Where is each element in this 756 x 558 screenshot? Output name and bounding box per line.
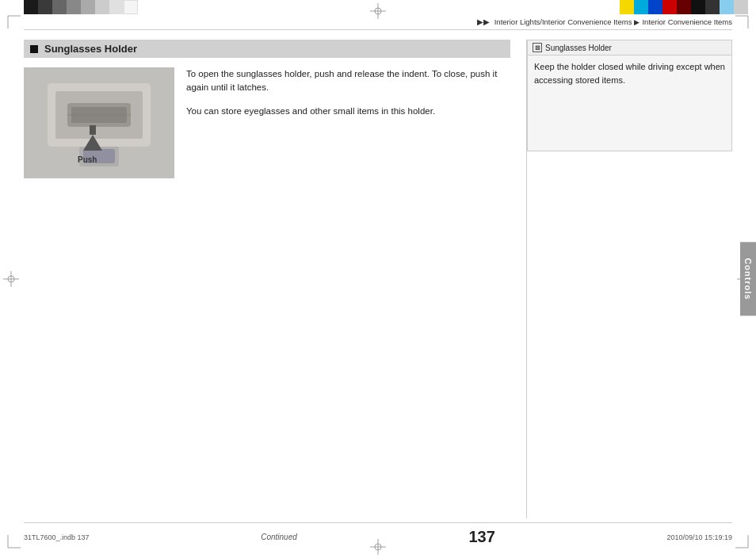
notice-box: ⊠ Sunglasses Holder Keep the holder clos… [527, 40, 732, 151]
main-content: Sunglasses Holder [24, 40, 732, 518]
swatch-2 [38, 0, 52, 14]
image-background: Push [24, 67, 174, 178]
color-swatches-left [24, 0, 138, 14]
corner-tl [6, 14, 22, 32]
swatch-red [662, 0, 677, 14]
swatch-7 [109, 0, 124, 14]
corner-tr [734, 14, 750, 32]
heading-square-icon [30, 45, 38, 53]
swatch-4 [67, 0, 81, 14]
notice-body: Keep the holder closed while driving exc… [528, 55, 731, 151]
swatch-3 [52, 0, 67, 14]
breadcrumb: ▶▶ Interior Lights/Interior Convenience … [24, 17, 732, 30]
breadcrumb-text1: Interior Lights/Interior Convenience Ite… [494, 17, 632, 26]
push-arrow-stem [90, 125, 96, 135]
section-title: Sunglasses Holder [44, 43, 137, 55]
section-content: Push To open the sunglasses holder, push… [24, 67, 510, 186]
controls-side-tab: Controls [740, 242, 756, 315]
swatch-1 [24, 0, 38, 14]
corner-br [734, 533, 750, 552]
page-number: 137 [468, 528, 494, 546]
notice-icon: ⊠ [533, 43, 542, 52]
swatch-black [691, 0, 705, 14]
left-panel: Sunglasses Holder [24, 40, 526, 518]
swatch-blue [648, 0, 662, 14]
color-swatches-right [620, 0, 748, 14]
swatch-gray [734, 0, 748, 14]
swatch-yellow [620, 0, 634, 14]
bottom-bar: 31TL7600_.indb 137 Continued 137 2010/09… [24, 522, 732, 546]
date-time: 2010/09/10 15:19:19 [666, 533, 732, 541]
sunglasses-holder-image: Push [24, 67, 174, 178]
corner-bl [6, 533, 22, 552]
swatch-darkgray [705, 0, 720, 14]
section-heading: Sunglasses Holder [24, 40, 510, 58]
notice-header: ⊠ Sunglasses Holder [528, 40, 731, 55]
continued-label: Continued [261, 533, 297, 541]
right-panel: ⊠ Sunglasses Holder Keep the holder clos… [526, 40, 732, 518]
swatch-darkred [677, 0, 691, 14]
swatch-8 [124, 0, 138, 14]
breadcrumb-separator1: ▶ [634, 18, 640, 26]
push-arrow-head [83, 135, 102, 151]
swatch-lightblue [720, 0, 734, 14]
swatch-cyan [634, 0, 648, 14]
notice-title: Sunglasses Holder [545, 44, 612, 52]
push-label: Push [78, 155, 97, 164]
swatch-5 [81, 0, 95, 14]
breadcrumb-prefix: ▶▶ [477, 17, 490, 26]
breadcrumb-text2: Interior Convenience Items [642, 17, 732, 26]
swatch-6 [95, 0, 109, 14]
file-info: 31TL7600_.indb 137 [24, 533, 90, 541]
crosshair-left [2, 269, 21, 289]
